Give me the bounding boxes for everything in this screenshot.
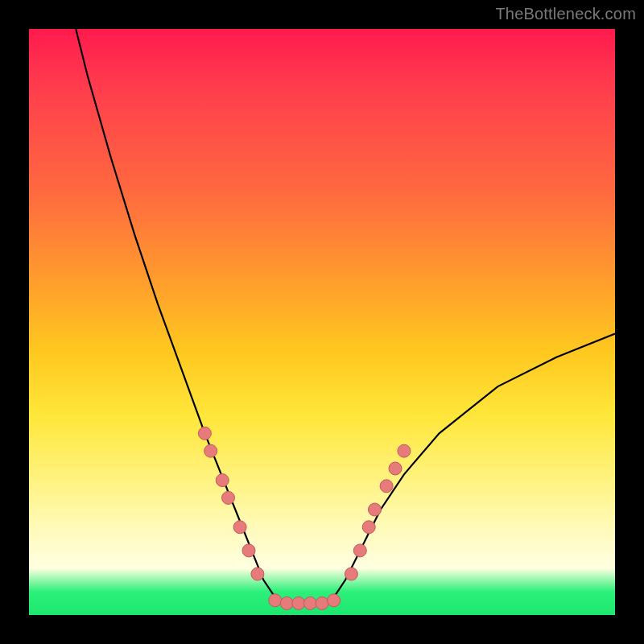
data-dot: [269, 594, 282, 607]
data-dot: [251, 568, 264, 580]
data-dot: [242, 544, 255, 557]
data-dot: [280, 597, 293, 609]
data-dot: [380, 480, 393, 493]
data-dot: [316, 597, 328, 609]
data-dot: [345, 568, 357, 580]
data-dot: [233, 521, 246, 534]
data-dot: [353, 544, 366, 557]
data-dot: [362, 521, 375, 534]
data-dots-group: [198, 427, 411, 609]
data-dot: [292, 597, 305, 609]
bottleneck-curve: [76, 29, 615, 603]
data-dot: [369, 503, 382, 516]
data-dot: [398, 444, 411, 457]
chart-plot-area: [29, 29, 615, 615]
data-dot: [198, 427, 211, 440]
data-dot: [328, 594, 341, 607]
chart-frame: TheBottleneck.com: [0, 0, 644, 644]
data-dot: [389, 462, 402, 475]
watermark-text: TheBottleneck.com: [495, 5, 636, 23]
data-dot: [216, 474, 229, 487]
chart-overlay-svg: [29, 29, 615, 615]
data-dot: [303, 597, 316, 609]
data-dot: [204, 444, 217, 457]
data-dot: [222, 491, 235, 504]
